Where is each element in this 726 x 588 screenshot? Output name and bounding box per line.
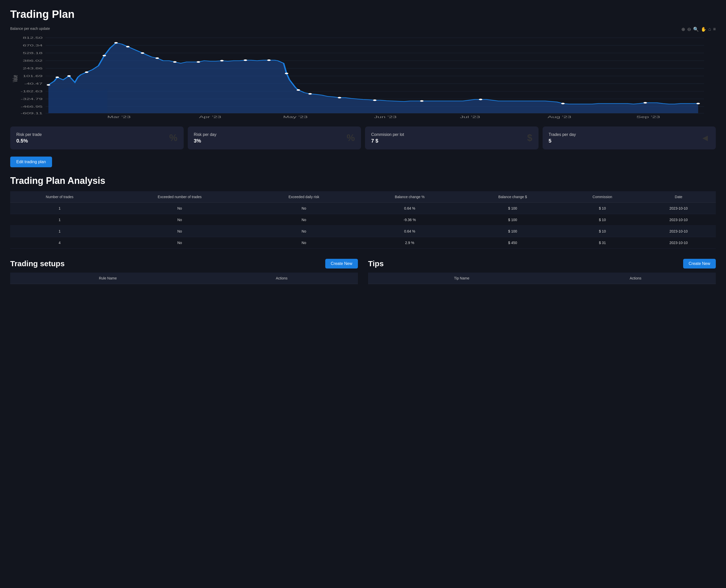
trading-setups-header: Trading setups Create New — [10, 259, 358, 269]
bottom-row: Trading setups Create New Rule Name Acti… — [10, 259, 716, 284]
page-title: Trading Plan — [10, 8, 716, 20]
metric-value-commission: 7 $ — [371, 138, 404, 144]
chart-toolbar: ⊕ ⊖ 🔍 ✋ ⌂ ≡ — [681, 26, 716, 32]
tips-table: Tip Name Actions — [368, 273, 716, 284]
setups-col-actions: Actions — [205, 273, 358, 284]
chart-label: Balance per each update — [10, 26, 716, 30]
svg-point-43 — [338, 97, 341, 99]
menu-icon[interactable]: ≡ — [713, 26, 716, 32]
table-row: 1NoNo-9.36 %$ 100$ 102023-10-10 — [10, 214, 716, 226]
metric-card-risk-per-day: Risk per day 3% % — [188, 126, 361, 149]
svg-point-46 — [479, 99, 482, 100]
svg-text:812.50: 812.50 — [23, 36, 43, 39]
svg-point-42 — [308, 93, 312, 94]
table-row: 1NoNo0.64 %$ 100$ 102023-10-10 — [10, 203, 716, 214]
col-date: Date — [641, 191, 716, 203]
metric-title-risk-per-day: Risk per day — [194, 132, 216, 137]
trading-setups-title: Trading setups — [10, 259, 65, 268]
svg-point-29 — [85, 71, 88, 73]
svg-text:386.02: 386.02 — [23, 59, 43, 62]
svg-text:Jun '23: Jun '23 — [374, 115, 396, 119]
svg-point-44 — [373, 100, 376, 101]
search-icon[interactable]: 🔍 — [693, 26, 699, 32]
edit-trading-plan-button[interactable]: Edit trading plan — [10, 156, 52, 167]
svg-text:-40.47: -40.47 — [24, 82, 43, 85]
svg-point-27 — [55, 77, 59, 78]
tips-col-actions: Actions — [555, 273, 716, 284]
svg-point-36 — [197, 61, 200, 63]
svg-point-40 — [285, 73, 288, 74]
home-icon[interactable]: ⌂ — [708, 26, 711, 32]
create-setup-button[interactable]: Create New — [325, 259, 358, 269]
metric-value-risk-per-day: 3% — [194, 138, 216, 144]
svg-point-33 — [141, 52, 144, 54]
svg-point-30 — [103, 55, 106, 56]
svg-point-38 — [244, 59, 247, 61]
svg-text:-182.63: -182.63 — [21, 90, 43, 93]
svg-point-34 — [155, 57, 159, 59]
svg-text:101.69: 101.69 — [23, 75, 43, 78]
svg-point-49 — [697, 103, 700, 104]
svg-point-37 — [220, 60, 224, 61]
metric-icon-percent-1: % — [169, 132, 177, 143]
svg-text:243.86: 243.86 — [23, 67, 43, 70]
svg-text:528.18: 528.18 — [23, 51, 43, 55]
metric-title-trades-per-day: Trades per day — [549, 132, 576, 137]
svg-point-31 — [114, 42, 118, 44]
col-balance-dollar: Balance change $ — [462, 191, 563, 203]
col-commission: Commission — [563, 191, 641, 203]
metric-card-risk-per-trade: Risk per trade 0.5% % — [10, 126, 184, 149]
analysis-title: Trading Plan Analysis — [10, 175, 716, 186]
tips-section: Tips Create New Tip Name Actions — [368, 259, 716, 284]
col-exceeded-risk: Exceeded daily risk — [250, 191, 357, 203]
tips-title: Tips — [368, 259, 383, 268]
col-exceeded-trades: Exceeded number of trades — [109, 191, 250, 203]
metric-card-commission: Commision per lot 7 $ $ — [365, 126, 539, 149]
analysis-table: Number of trades Exceeded number of trad… — [10, 191, 716, 249]
svg-text:Aug '23: Aug '23 — [547, 115, 571, 119]
svg-point-28 — [67, 75, 71, 77]
metric-title-risk-per-trade: Risk per trade — [16, 132, 42, 137]
tips-header: Tips Create New — [368, 259, 716, 269]
svg-text:-466.95: -466.95 — [21, 105, 43, 108]
svg-point-48 — [643, 102, 647, 104]
svg-text:670.34: 670.34 — [23, 44, 43, 47]
svg-text:Apr '23: Apr '23 — [199, 115, 221, 119]
svg-point-47 — [561, 103, 565, 104]
chart-area: 812.50 670.34 528.18 386.02 243.86 101.6… — [10, 33, 716, 119]
metric-icon-arrow: ◄ — [701, 132, 710, 143]
chart-section: Balance per each update ⊕ ⊖ 🔍 ✋ ⌂ ≡ — [10, 26, 716, 119]
metrics-row: Risk per trade 0.5% % Risk per day 3% % … — [10, 126, 716, 149]
svg-point-45 — [420, 100, 424, 102]
table-row: 4NoNo2.9 %$ 450$ 312023-10-10 — [10, 237, 716, 249]
tips-col-name: Tip Name — [368, 273, 555, 284]
metric-title-commission: Commision per lot — [371, 132, 404, 137]
svg-text:Sep '23: Sep '23 — [636, 115, 660, 119]
col-num-trades: Number of trades — [10, 191, 109, 203]
create-tip-button[interactable]: Create New — [683, 259, 716, 269]
svg-text:-609.11: -609.11 — [21, 112, 43, 115]
setups-table: Rule Name Actions — [10, 273, 358, 284]
svg-text:-324.79: -324.79 — [21, 98, 43, 101]
svg-text:Jul '23: Jul '23 — [460, 115, 480, 119]
svg-point-26 — [47, 84, 50, 86]
metric-card-trades-per-day: Trades per day 5 ◄ — [543, 126, 716, 149]
metric-value-trades-per-day: 5 — [549, 138, 576, 144]
zoom-in-icon[interactable]: ⊕ — [681, 26, 685, 32]
metric-icon-percent-2: % — [347, 132, 355, 143]
setups-col-rule: Rule Name — [10, 273, 205, 284]
svg-text:Value: Value — [11, 75, 19, 82]
svg-text:May '23: May '23 — [283, 115, 308, 119]
metric-icon-dollar: $ — [527, 132, 532, 143]
metric-value-risk-per-trade: 0.5% — [16, 138, 42, 144]
svg-point-39 — [267, 59, 271, 61]
svg-point-41 — [297, 89, 300, 91]
pan-icon[interactable]: ✋ — [701, 26, 706, 32]
svg-text:Mar '23: Mar '23 — [107, 115, 131, 119]
svg-point-32 — [126, 46, 130, 47]
svg-point-35 — [173, 61, 177, 63]
table-row: 1NoNo0.64 %$ 100$ 102023-10-10 — [10, 226, 716, 237]
trading-setups-section: Trading setups Create New Rule Name Acti… — [10, 259, 358, 284]
zoom-out-icon[interactable]: ⊖ — [687, 26, 691, 32]
col-balance-pct: Balance change % — [357, 191, 462, 203]
